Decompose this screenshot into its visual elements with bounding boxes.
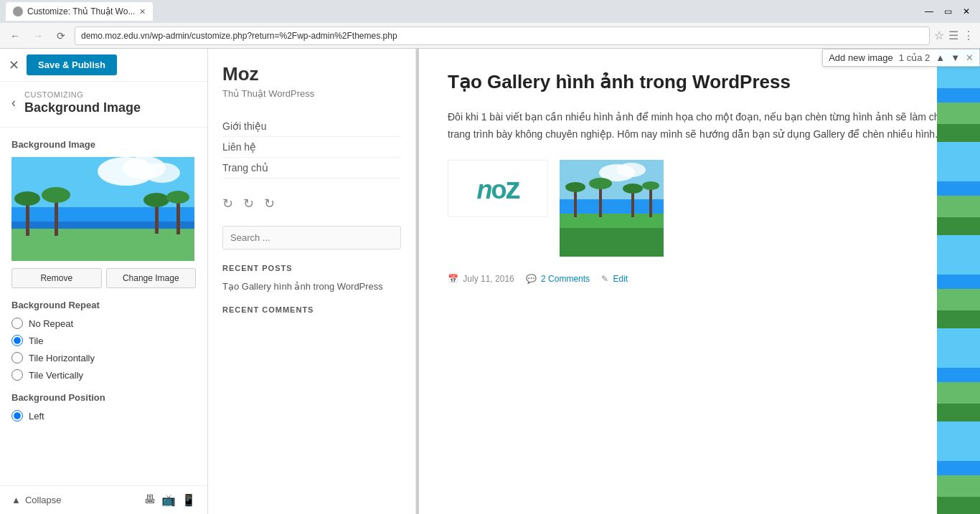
repeat-radio-tile-h[interactable] [11,352,23,363]
repeat-radio-tile-v[interactable] [11,369,23,381]
svg-rect-47 [649,187,652,217]
extensions-icon: ☰ [948,29,958,42]
remove-image-btn[interactable]: Remove [11,268,102,288]
svg-rect-41 [574,189,577,217]
change-image-btn[interactable]: Change Image [106,268,197,288]
website-sidebar: Moz Thủ Thuật WordPress Giới thiệu Liên … [208,49,416,514]
browser-tab[interactable]: Customize: Thủ Thuật Wo... ✕ [6,2,153,21]
panel-scroll-area: Background Image [0,128,207,485]
close-customizer-btn[interactable]: ✕ [9,57,19,73]
post-date-text: July 11, 2016 [463,274,514,284]
repeat-label-tile-h: Tile Horizontally [29,353,95,363]
social-icon-3[interactable]: ↻ [264,196,275,211]
customizing-header: ‹ Customizing Background Image [0,82,207,128]
bg-position-options: Left [11,410,196,422]
repeat-label-no-repeat: No Repeat [29,318,73,329]
mobile-icon[interactable]: 📱 [182,493,196,507]
svg-rect-34 [937,49,980,514]
social-icon-2[interactable]: ↻ [243,196,254,211]
chrome-menu-icon[interactable]: ⋮ [963,29,974,42]
svg-rect-6 [11,229,194,261]
svg-point-48 [642,181,659,190]
svg-point-42 [565,182,585,192]
nav-item-2[interactable]: Trang chủ [222,158,401,179]
post-comments-link[interactable]: 2 Comments [541,274,590,284]
section-heading: Background Image [24,100,141,115]
post-images-group: noz [448,160,948,257]
svg-point-37 [617,163,646,177]
svg-point-14 [166,191,189,204]
tab-close-btn[interactable]: ✕ [139,7,146,16]
bg-preview-svg [11,157,194,261]
repeat-label-tile-v: Tile Vertically [29,370,83,381]
social-icons-group: ↻ ↻ ↻ [222,196,401,211]
nav-item-1[interactable]: Liên hệ [222,137,401,158]
post-edit-link[interactable]: Edit [613,274,628,284]
repeat-option-tile-v[interactable]: Tile Vertically [11,369,196,381]
svg-point-10 [42,187,70,203]
post-date: 📅 July 11, 2016 [448,274,514,284]
customizer-panel: ✕ Save & Publish ‹ Customizing Backgroun… [0,49,208,514]
post-logo-image: noz [448,160,548,217]
top-notification: Add new image 1 của 2 ▲ ▼ ✕ [822,49,980,67]
browser-titlebar: Customize: Thủ Thuật Wo... ✕ — ▭ ✕ [0,0,980,23]
maximize-btn[interactable]: ▭ [940,4,956,19]
address-bar[interactable]: demo.moz.edu.vn/wp-admin/customize.php?r… [75,27,930,45]
repeat-radio-no-repeat[interactable] [11,318,23,329]
repeat-label-tile: Tile [29,335,43,346]
reload-btn[interactable]: ⟳ [52,27,70,45]
notification-close-btn[interactable]: ✕ [966,52,974,63]
desktop-icon[interactable]: 🖶 [144,493,156,507]
bg-repeat-options: No Repeat Tile Tile Horizontally Tile Ve… [11,318,196,381]
save-publish-button[interactable]: Save & Publish [27,54,117,75]
bg-image-section-title: Background Image [11,139,196,150]
forward-btn[interactable]: → [29,27,47,45]
tab-title: Customize: Thủ Thuật Wo... [27,6,135,16]
bookmark-icon[interactable]: ☆ [934,29,944,42]
back-btn[interactable]: ← [6,27,24,45]
repeat-option-tile[interactable]: Tile [11,335,196,346]
svg-rect-43 [599,185,602,217]
repeat-radio-tile[interactable] [11,335,23,346]
position-label-left: Left [29,411,44,422]
svg-point-3 [144,163,180,183]
recent-post-0[interactable]: Tạo Gallery hình ảnh trong WordPress [222,280,401,294]
svg-point-8 [14,191,40,206]
customizing-label: Customizing [24,90,141,99]
edit-icon: ✎ [601,274,608,284]
app-container: ✕ Save & Publish ‹ Customizing Backgroun… [0,49,980,514]
image-action-buttons: Remove Change Image [11,268,196,288]
repeat-option-tile-h[interactable]: Tile Horizontally [11,352,196,363]
position-option-left[interactable]: Left [11,410,196,422]
tablet-icon[interactable]: 📺 [161,493,176,507]
svg-point-46 [623,184,643,194]
bg-tile-right [937,49,980,514]
website-main-content: Tạo Gallery hình ảnh trong WordPress Đôi… [419,49,980,514]
customizer-topbar: ✕ Save & Publish [0,49,207,82]
repeat-option-no-repeat[interactable]: No Repeat [11,318,196,329]
close-btn[interactable]: ✕ [958,4,974,19]
minimize-btn[interactable]: — [921,4,937,19]
back-arrow-btn[interactable]: ‹ [11,95,16,110]
recent-posts-heading: RECENT POSTS [222,264,401,272]
collapse-button[interactable]: ▲ Collapse [11,495,61,505]
svg-point-12 [143,193,169,207]
notification-count: 1 của 2 [899,52,930,63]
collapse-icon: ▲ [11,495,21,505]
post-comments: 💬 2 Comments [526,274,590,284]
preview-content-wrapper: Moz Thủ Thuật WordPress Giới thiệu Liên … [208,49,980,514]
recent-comments-heading: RECENT COMMENTS [222,305,401,314]
position-radio-left[interactable] [11,410,23,422]
notification-up-arrow[interactable]: ▲ [936,52,945,63]
social-icon-1[interactable]: ↻ [222,196,233,211]
svg-point-44 [589,178,612,189]
svg-rect-45 [631,190,634,217]
post-photo-svg [560,160,664,257]
nav-item-0[interactable]: Giới thiệu [222,116,401,137]
post-body: Đôi khi 1 bài viết bạn cần nhiều hình ản… [448,109,948,143]
search-input[interactable] [222,226,401,249]
notification-down-arrow[interactable]: ▼ [951,52,960,63]
post-meta: 📅 July 11, 2016 💬 2 Comments ✎ Edit [448,274,948,284]
tab-favicon [13,6,23,16]
post-title: Tạo Gallery hình ảnh trong WordPress [448,70,948,95]
